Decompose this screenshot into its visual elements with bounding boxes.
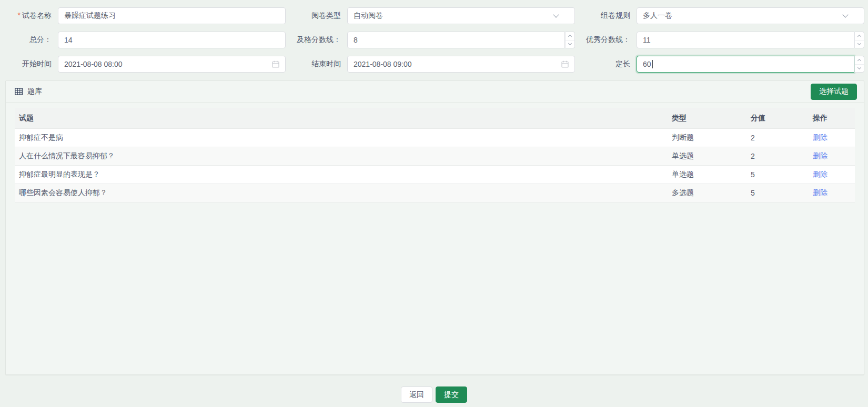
total-score-label: 总分： [0,35,58,45]
header-action: 操作 [809,108,855,128]
pass-line-value: 8 [354,36,358,44]
end-time-value: 2021-08-08 09:00 [354,60,412,68]
question-cell: 人在什么情况下最容易抑郁？ [15,147,668,165]
score-cell: 2 [746,128,809,147]
duration-value: 60 [643,60,651,68]
end-time-input[interactable]: 2021-08-08 09:00 [347,56,575,73]
total-score-value: 14 [64,36,73,44]
table-grid-icon [15,88,23,95]
header-score: 分值 [746,108,809,128]
pass-line-spin-down-button[interactable] [566,40,574,48]
excellent-line-value: 11 [643,36,651,44]
submit-button[interactable]: 提交 [436,386,467,403]
compose-rule-label: 组卷规则 [579,11,637,21]
pass-line-spinner [565,32,575,48]
question-table: 试题 类型 分值 操作 抑郁症不是病 判断题 2 删除 人在什么情况下最容易抑郁… [15,108,855,202]
excellent-line-spin-up-button[interactable] [855,32,864,40]
exam-edit-page: *试卷名称 暴躁症试题练习 阅卷类型 自动阅卷 组卷规则 多人一卷 [0,0,868,403]
start-time-input[interactable]: 2021-08-08 08:00 [58,56,286,73]
duration-spin-up-button[interactable] [855,56,864,65]
footer-actions: 返回 提交 [0,386,868,403]
chevron-down-icon [553,12,559,17]
chevron-up-icon [568,35,572,38]
field-duration: 定长 60 [579,56,868,73]
field-end-time: 结束时间 2021-08-08 09:00 [289,56,579,73]
question-bank-body: 试题 类型 分值 操作 抑郁症不是病 判断题 2 删除 人在什么情况下最容易抑郁… [6,103,864,202]
grading-type-label: 阅卷类型 [289,11,347,21]
question-cell: 抑郁症最明显的表现是？ [15,165,668,184]
table-row: 人在什么情况下最容易抑郁？ 单选题 2 删除 [15,147,855,165]
paper-name-label: *试卷名称 [0,11,58,21]
pass-line-input[interactable]: 8 [347,32,565,48]
delete-link[interactable]: 删除 [813,133,827,141]
question-bank-title: 题库 [27,87,42,96]
score-cell: 2 [746,147,809,165]
type-cell: 判断题 [668,128,746,147]
header-question: 试题 [15,108,668,128]
grading-type-select[interactable]: 自动阅卷 [347,7,575,24]
text-caret [652,60,653,68]
delete-link[interactable]: 删除 [813,170,827,178]
chevron-up-icon [857,35,861,38]
paper-name-input[interactable]: 暴躁症试题练习 [58,7,286,24]
exam-form: *试卷名称 暴躁症试题练习 阅卷类型 自动阅卷 组卷规则 多人一卷 [0,0,868,73]
excellent-line-spinner [854,32,864,48]
field-excellent-line: 优秀分数线： 11 [579,32,868,48]
end-time-label: 结束时间 [289,59,347,69]
paper-name-value: 暴躁症试题练习 [64,11,116,21]
excellent-line-input[interactable]: 11 [637,32,854,48]
compose-rule-value: 多人一卷 [643,11,672,21]
question-table-header-row: 试题 类型 分值 操作 [15,108,855,128]
pass-line-spin-up-button[interactable] [566,32,574,40]
start-time-label: 开始时间 [0,59,58,69]
table-row: 抑郁症最明显的表现是？ 单选题 5 删除 [15,165,855,184]
chevron-down-icon [857,42,861,45]
chevron-down-icon [568,42,572,45]
question-cell: 哪些因素会容易使人抑郁？ [15,184,668,202]
duration-spinner [854,56,864,73]
type-cell: 多选题 [668,184,746,202]
pass-line-label: 及格分数线： [289,35,347,45]
excellent-line-label: 优秀分数线： [579,35,637,45]
header-type: 类型 [668,108,746,128]
delete-link[interactable]: 删除 [813,151,827,160]
chevron-up-icon [857,59,861,63]
chevron-down-icon [857,66,861,69]
duration-input[interactable]: 60 [637,56,854,73]
total-score-input[interactable]: 14 [58,32,286,48]
field-start-time: 开始时间 2021-08-08 08:00 [0,56,289,73]
table-row: 哪些因素会容易使人抑郁？ 多选题 5 删除 [15,184,855,202]
field-total-score: 总分： 14 [0,32,289,48]
duration-spin-down-button[interactable] [855,65,864,73]
back-button[interactable]: 返回 [401,386,432,403]
score-cell: 5 [746,165,809,184]
excellent-line-spin-down-button[interactable] [855,40,864,48]
delete-link[interactable]: 删除 [813,188,827,197]
table-row: 抑郁症不是病 判断题 2 删除 [15,128,855,147]
field-grading-type: 阅卷类型 自动阅卷 [289,7,579,24]
chevron-down-icon [842,12,848,17]
duration-label: 定长 [579,59,637,69]
select-questions-button[interactable]: 选择试题 [811,84,857,100]
question-cell: 抑郁症不是病 [15,128,668,147]
paper-name-label-text: 试卷名称 [22,11,52,19]
field-paper-name: *试卷名称 暴躁症试题练习 [0,7,289,24]
field-compose-rule: 组卷规则 多人一卷 [579,7,868,24]
start-time-value: 2021-08-08 08:00 [64,60,123,68]
calendar-icon[interactable] [272,60,279,68]
type-cell: 单选题 [668,147,746,165]
calendar-icon[interactable] [561,60,569,68]
field-pass-line: 及格分数线： 8 [289,32,579,48]
question-bank-panel: 题库 选择试题 试题 类型 分值 操作 抑郁症不是病 判断题 2 [5,80,864,375]
question-bank-header: 题库 选择试题 [6,81,864,103]
grading-type-value: 自动阅卷 [354,11,383,21]
required-asterisk: * [18,11,21,19]
score-cell: 5 [746,184,809,202]
compose-rule-select[interactable]: 多人一卷 [637,7,864,24]
type-cell: 单选题 [668,165,746,184]
